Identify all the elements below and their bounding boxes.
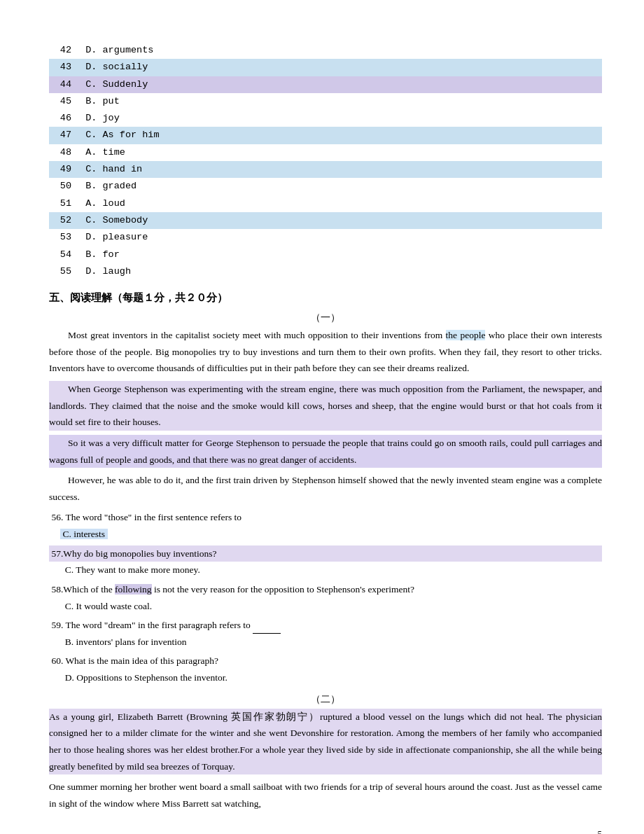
answer-row-43: 43 D. socially	[49, 59, 602, 76]
answer-num-48: 48	[49, 144, 71, 161]
answer-text-54: B. for	[74, 246, 602, 263]
section5-title: 五、阅读理解（每题１分，共２０分）	[49, 291, 602, 305]
answer-row-52: 52 C. Somebody	[49, 212, 602, 229]
answer-text-45: B. put	[74, 93, 602, 110]
passage1-para3: So it was a very difficult matter for Ge…	[49, 435, 602, 468]
answer-row-54: 54 B. for	[49, 246, 602, 263]
passage2-para1: As a young girl, Elizabeth Barrett (Brow…	[49, 709, 602, 775]
passage1-para1: Most great inventors in the capitalist s…	[49, 327, 602, 377]
answer-num-44: 44	[49, 76, 71, 93]
answer-num-53: 53	[49, 229, 71, 246]
answer-num-49: 49	[49, 161, 71, 178]
question-56: 56. The word "those" in the first senten…	[49, 509, 602, 542]
question-60: 60. What is the main idea of this paragr…	[49, 653, 602, 686]
answer-num-52: 52	[49, 212, 71, 229]
answer-row-48: 48 A. time	[49, 144, 602, 161]
answer-list: 42 D. arguments 43 D. socially 44 C. Sud…	[49, 42, 602, 280]
question-57-text: 57.Why do big monopolies buy inventions?	[49, 545, 602, 562]
question-56-text: 56. The word "those" in the first senten…	[49, 509, 602, 526]
passage2-para2: One summer morning her brother went boar…	[49, 779, 602, 812]
passage2-label: （二）	[49, 693, 602, 706]
question-58-text: 58.Which of the following is not the ver…	[49, 581, 602, 598]
answer-row-55: 55 D. laugh	[49, 263, 602, 280]
question-60-text: 60. What is the main idea of this paragr…	[49, 653, 602, 669]
answer-text-53: D. pleasure	[74, 229, 602, 246]
answer-num-42: 42	[49, 42, 71, 59]
passage1-label: （一）	[49, 312, 602, 324]
passage2-text1: As a young girl, Elizabeth Barrett (Brow…	[49, 709, 602, 775]
answer-row-44: 44 C. Suddenly	[49, 76, 602, 93]
passage2-text2: One summer morning her brother went boar…	[49, 779, 602, 812]
question-58: 58.Which of the following is not the ver…	[49, 581, 602, 614]
answer-text-55: D. laugh	[74, 263, 602, 280]
answer-row-50: 50 B. graded	[49, 178, 602, 195]
answer-text-42: D. arguments	[74, 42, 602, 59]
answer-row-51: 51 A. loud	[49, 195, 602, 212]
answer-row-53: 53 D. pleasure	[49, 229, 602, 246]
answer-row-49: 49 C. hand in	[49, 161, 602, 178]
answer-text-48: A. time	[74, 144, 602, 161]
passage2-section: （二） As a young girl, Elizabeth Barrett (…	[49, 693, 602, 812]
answer-num-46: 46	[49, 110, 71, 127]
answer-num-47: 47	[49, 127, 71, 144]
answer-text-46: D. joy	[74, 110, 602, 127]
answer-num-45: 45	[49, 93, 71, 110]
page-number: 5	[598, 828, 603, 834]
answer-num-54: 54	[49, 246, 71, 263]
passage1-text2: When George Stephenson was experimenting…	[49, 381, 602, 431]
answer-text-50: B. graded	[74, 178, 602, 195]
question-59-text: 59. The word "dream" in the first paragr…	[49, 617, 602, 634]
answer-text-44: C. Suddenly	[74, 76, 602, 93]
passage1-section: （一） Most great inventors in the capitali…	[49, 312, 602, 686]
passage1-para2: When George Stephenson was experimenting…	[49, 381, 602, 431]
answer-row-46: 46 D. joy	[49, 110, 602, 127]
answer-58-text: C. It would waste coal.	[49, 598, 602, 615]
passage1-para4: However, he was able to do it, and the f…	[49, 472, 602, 505]
answer-text-47: C. As for him	[74, 127, 602, 144]
question-57: 57.Why do big monopolies buy inventions?…	[49, 545, 602, 578]
answer-num-51: 51	[49, 195, 71, 212]
passage1-text1: Most great inventors in the capitalist s…	[49, 327, 602, 377]
answer-text-49: C. hand in	[74, 161, 602, 178]
answer-56-text: C. interests	[49, 526, 602, 543]
answer-row-42: 42 D. arguments	[49, 42, 602, 59]
answer-text-43: D. socially	[74, 59, 602, 76]
answer-row-47: 47 C. As for him	[49, 127, 602, 144]
passage1-text4: However, he was able to do it, and the f…	[49, 472, 602, 505]
answer-text-52: C. Somebody	[74, 212, 602, 229]
answer-60-text: D. Oppositions to Stephenson the invento…	[49, 669, 602, 686]
question-59: 59. The word "dream" in the first paragr…	[49, 617, 602, 650]
answer-row-45: 45 B. put	[49, 93, 602, 110]
answer-57-text: C. They want to make more money.	[49, 562, 602, 578]
answer-num-50: 50	[49, 178, 71, 195]
passage1-text3: So it was a very difficult matter for Ge…	[49, 435, 602, 468]
answer-text-51: A. loud	[74, 195, 602, 212]
answer-59-text: B. inventors' plans for invention	[49, 634, 602, 651]
answer-num-55: 55	[49, 263, 71, 280]
answer-num-43: 43	[49, 59, 71, 76]
